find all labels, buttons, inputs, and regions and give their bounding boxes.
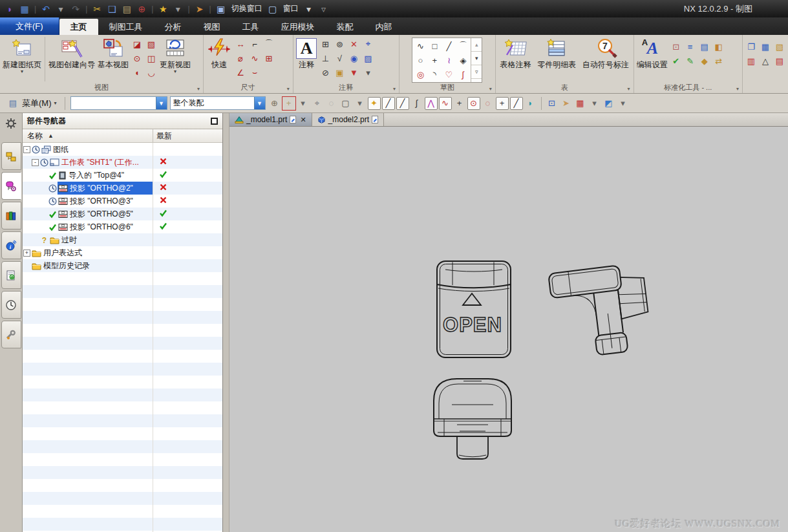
save-icon[interactable]: ▦: [19, 3, 30, 15]
close-tab-icon[interactable]: ✕: [300, 116, 306, 124]
endpoint-snap-icon[interactable]: ╱: [382, 97, 395, 110]
screenshot-icon[interactable]: ⊕: [136, 3, 147, 15]
projected-view-icon[interactable]: ◖: [130, 65, 144, 80]
undo-icon[interactable]: ↶: [40, 3, 52, 15]
validate-views-icon[interactable]: ◆: [697, 54, 712, 68]
internet-browser-tab[interactable]: i: [1, 231, 21, 259]
history-tab[interactable]: [1, 291, 21, 319]
tolerance-triangle-icon[interactable]: △: [758, 54, 772, 68]
snap-enable-icon[interactable]: ⊕: [268, 97, 281, 110]
panel-splitter[interactable]: [223, 113, 229, 532]
pole-snap-icon[interactable]: ∫: [410, 97, 423, 110]
expander-plus-icon[interactable]: +: [23, 250, 30, 257]
tab-制图工具[interactable]: 制图工具: [98, 19, 154, 35]
paste-icon[interactable]: ▤: [121, 3, 133, 15]
drawing-view-top[interactable]: [434, 379, 511, 459]
weld-symbol-icon[interactable]: ▼: [346, 65, 361, 80]
spline-snap-icon[interactable]: ∿: [439, 97, 452, 110]
general-object-icon[interactable]: ⌖: [311, 97, 324, 110]
note-button[interactable]: A 注释: [295, 36, 319, 69]
group-dialog-launcher[interactable]: ▾: [628, 84, 630, 94]
feature-control-frame-icon[interactable]: ⊞: [318, 37, 332, 51]
part-navigator-tab[interactable]: [1, 172, 21, 200]
resource-bar-options-gear-icon[interactable]: [5, 118, 17, 132]
existing-point-snap-icon[interactable]: ◌: [482, 97, 495, 110]
touch-mode-icon[interactable]: ➤: [194, 3, 206, 15]
file-menu-button[interactable]: 文件(F): [0, 17, 59, 35]
render-style-icon[interactable]: ◩: [602, 97, 615, 110]
tab-应用模块[interactable]: 应用模块: [270, 19, 326, 35]
tree-row[interactable]: +用户表达式: [23, 246, 222, 259]
edit-settings-button[interactable]: AA 编辑设置: [635, 36, 669, 69]
tab-装配[interactable]: 装配: [326, 19, 365, 35]
favorites-icon[interactable]: ★: [157, 3, 169, 15]
snap-point-toggle-icon[interactable]: ✦: [368, 97, 381, 110]
tree-row[interactable]: -工作表 "SHT1" (工作...: [23, 156, 222, 169]
point-on-curve-snap-icon[interactable]: +: [496, 97, 509, 110]
center-mark-icon[interactable]: ⌖: [361, 37, 375, 51]
favorites-dropdown-arrow[interactable]: ▾: [172, 3, 184, 15]
update-views-dropdown-arrow[interactable]: ▾: [174, 69, 176, 74]
circle-icon[interactable]: ○: [413, 53, 427, 67]
tab-工具[interactable]: 工具: [231, 19, 270, 35]
custom-symbol-icon[interactable]: ⊚: [332, 37, 346, 51]
datum-feature-symbol-icon[interactable]: ⊥: [318, 51, 332, 65]
latest-column-header[interactable]: 最新: [153, 129, 222, 142]
title-block-icon[interactable]: ◧: [712, 39, 726, 54]
arc-icon[interactable]: ⌒: [456, 39, 470, 53]
offset-curve-icon[interactable]: ◝: [427, 67, 442, 81]
selection-scope-icon[interactable]: +: [282, 97, 295, 110]
arc-length-dimension-icon[interactable]: ⌣: [248, 65, 262, 80]
group-dialog-launcher[interactable]: ▾: [393, 84, 396, 94]
surface-finish-icon[interactable]: √: [332, 51, 346, 65]
line-icon[interactable]: ╱: [442, 39, 456, 53]
radial-dimension-icon[interactable]: ⌀: [233, 51, 248, 65]
midpoint-snap-icon[interactable]: ╱: [396, 97, 409, 110]
convert-legacy-icon[interactable]: ⇄: [712, 54, 726, 68]
undo-dropdown-arrow[interactable]: ▾: [55, 3, 67, 15]
base-view-button[interactable]: 基本视图: [96, 36, 130, 69]
tab-内部[interactable]: 内部: [365, 19, 403, 35]
tree-row[interactable]: 投影 "ORTHO@5": [23, 207, 222, 220]
menu-button[interactable]: ▤ 菜单(M) ▾: [4, 96, 59, 111]
rectangle-lasso-icon[interactable]: ▢: [339, 97, 352, 110]
tree-row[interactable]: 导入的 "Top@4": [23, 169, 222, 182]
find-symbol-icon[interactable]: ⊘: [318, 65, 332, 80]
tree-row[interactable]: 投影 "ORTHO@6": [23, 220, 222, 233]
tabular-note-button[interactable]: 表格注释: [498, 36, 532, 69]
float-panel-button[interactable]: [211, 118, 218, 125]
ellipse-icon[interactable]: ◎: [413, 67, 427, 81]
slope-dimension-icon[interactable]: ∿: [248, 51, 262, 65]
update-views-button[interactable]: 更新视图 ▾: [158, 36, 192, 74]
hole-table-icon[interactable]: ▦: [758, 39, 772, 54]
toolbar-dropdown-arrow[interactable]: ▾: [297, 97, 310, 110]
reuse-library-tab[interactable]: [1, 202, 21, 229]
coordinate-table-icon[interactable]: ▥: [744, 54, 758, 68]
intersection-symbol-icon[interactable]: ✕: [346, 37, 361, 51]
validate-dimensions-icon[interactable]: ✔: [669, 54, 683, 68]
selection-scope-combo[interactable]: 整个装配 ▼: [170, 96, 266, 110]
group-dialog-launcher[interactable]: ▾: [287, 84, 290, 94]
window-dropdown-arrow[interactable]: ▾: [303, 3, 315, 15]
detail-view-icon[interactable]: ⊙: [130, 51, 144, 65]
align-view-icon[interactable]: ▧: [144, 37, 158, 51]
doc-tab-_model1.prt[interactable]: _model1.prt✕: [229, 113, 312, 126]
graphics-canvas[interactable]: OPEN: [229, 127, 788, 532]
group-dialog-launcher[interactable]: ▾: [736, 84, 739, 94]
fit-curve-icon[interactable]: ♡: [442, 67, 456, 81]
auto-balloon-button[interactable]: 7 自动符号标注: [581, 36, 630, 69]
toolbar-dropdown-arrow[interactable]: ▾: [354, 97, 367, 110]
qat-overflow-arrow[interactable]: ▿: [318, 3, 330, 15]
cut-icon[interactable]: ✂: [91, 3, 103, 15]
face-analysis-icon[interactable]: ◗: [524, 97, 537, 110]
center-snap-icon[interactable]: ⊙: [467, 97, 480, 110]
group-dialog-launcher[interactable]: ▾: [197, 84, 200, 94]
tree-row[interactable]: 模型历史记录: [23, 259, 222, 272]
copy-icon[interactable]: ❑: [106, 3, 118, 15]
validate-annotations-icon[interactable]: ✎: [683, 54, 697, 68]
window-icon[interactable]: ▢: [267, 3, 279, 15]
linear-dimension-icon[interactable]: ↔: [233, 37, 248, 51]
rapid-dimension-button[interactable]: 快速: [205, 36, 233, 69]
new-sheet-dropdown-arrow[interactable]: ▾: [21, 69, 23, 74]
intersection-snap-icon[interactable]: ⋀: [425, 97, 438, 110]
